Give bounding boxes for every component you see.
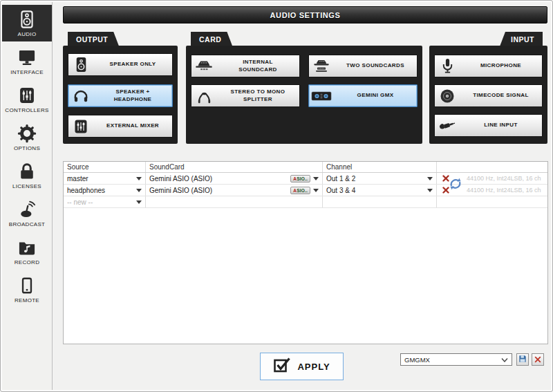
column-header-soundcard: SoundCard: [146, 162, 323, 172]
microphone-icon: [435, 57, 460, 75]
headphones-icon: [68, 88, 93, 104]
preset-combobox[interactable]: GMGMX: [400, 353, 512, 366]
sliders-icon: [68, 118, 93, 135]
input-button-timecode-signal[interactable]: TIMECODE SIGNAL: [434, 84, 543, 107]
sidebar-item-audio[interactable]: AUDIO: [2, 5, 52, 41]
monitor-icon: [17, 47, 37, 68]
soundcard-select[interactable]: Gemini ASIO (ASIO) ASIO..: [146, 173, 322, 184]
dropdown-arrow-icon: [136, 189, 142, 192]
jack-plug-icon: [435, 118, 460, 133]
sliders-icon: [17, 85, 37, 106]
sidebar-item-record[interactable]: RECORD: [2, 233, 52, 270]
sidebar-item-label: OPTIONS: [14, 145, 40, 151]
source-select[interactable]: master: [64, 173, 145, 184]
input-button-line-input[interactable]: LINE INPUT: [434, 114, 543, 137]
remote-device-icon: [17, 275, 37, 296]
table-row-new: -- new --: [64, 196, 547, 208]
sidebar-item-label: INTERFACE: [10, 69, 44, 75]
soundcard-select[interactable]: Gemini ASIO (ASIO) ASIO..: [146, 185, 322, 196]
card-button-two-soundcards[interactable]: TWO SOUNDCARDS: [308, 55, 418, 77]
dropdown-arrow-icon: [427, 177, 433, 180]
broadcast-icon: [17, 199, 37, 220]
two-soundcards-icon: [309, 58, 334, 75]
table-row: master Gemini ASIO (ASIO) ASIO.. Out 1 &…: [64, 173, 547, 185]
speaker-icon: [17, 9, 37, 30]
gemini-controller-icon: [309, 90, 334, 102]
output-button-speaker-only[interactable]: SPEAKER ONLY: [68, 53, 173, 76]
sidebar-item-licenses[interactable]: LICENSES: [2, 157, 52, 194]
column-header-channel: Channel: [323, 162, 437, 172]
output-section: OUTPUT SPEAKER ONLY SPEAK: [63, 32, 178, 144]
input-section-label: INPUT: [500, 32, 543, 46]
routing-table: Source SoundCard Channel master Gemini A…: [63, 161, 548, 344]
dropdown-arrow-icon: [136, 200, 142, 204]
sidebar-item-label: BROADCAST: [9, 221, 46, 227]
output-button-speaker-headphone[interactable]: SPEAKER + HEADPHONE: [68, 84, 173, 107]
new-source-select[interactable]: -- new --: [64, 196, 145, 207]
card-section-label: CARD: [191, 32, 232, 46]
input-section: INPUT MICROPHONE: [429, 32, 547, 144]
close-icon: [534, 353, 541, 366]
speaker-icon: [68, 56, 93, 73]
column-header-status: [437, 162, 547, 172]
sidebar-item-label: REMOTE: [15, 297, 39, 304]
sidebar-item-interface[interactable]: INTERFACE: [2, 43, 52, 80]
save-preset-button[interactable]: [516, 353, 529, 366]
apply-button[interactable]: APPLY: [260, 353, 344, 380]
checkbox-check-icon: [273, 356, 291, 377]
table-row: headphones Gemini ASIO (ASIO) ASIO.. Out…: [64, 185, 547, 196]
page-title: AUDIO SETTINGS: [63, 6, 547, 24]
column-header-source: Source: [64, 162, 146, 172]
sidebar-item-options[interactable]: OPTIONS: [2, 119, 52, 156]
sidebar: AUDIO INTERFACE: [2, 2, 53, 390]
output-button-external-mixer[interactable]: EXTERNAL MIXER: [68, 115, 173, 138]
asio-config-button[interactable]: ASIO..: [290, 175, 310, 183]
output-section-label: OUTPUT: [68, 32, 119, 46]
card-button-gemini-gmx[interactable]: GEMINI GMX: [308, 84, 418, 107]
save-icon: [518, 353, 527, 366]
stream-status: 44100 Hz, Int24LSB, 16 ch: [467, 187, 547, 194]
source-select[interactable]: headphones: [64, 185, 145, 196]
chevron-down-icon: [501, 356, 508, 364]
channel-select[interactable]: Out 3 & 4: [323, 185, 436, 196]
refresh-icon[interactable]: [448, 176, 465, 193]
card-button-stereo-mono-splitter[interactable]: STEREO TO MONO SPLITTER: [191, 84, 300, 107]
channel-select[interactable]: Out 1 & 2: [323, 173, 436, 184]
sidebar-item-label: RECORD: [15, 259, 39, 265]
vinyl-icon: [435, 88, 460, 104]
delete-preset-button[interactable]: [532, 353, 544, 366]
table-header: Source SoundCard Channel: [64, 162, 547, 173]
audio-settings-window: AUDIO INTERFACE: [0, 0, 553, 392]
dropdown-arrow-icon: [427, 189, 433, 192]
sidebar-item-label: LICENSES: [12, 183, 41, 189]
record-folder-icon: [17, 237, 37, 258]
dropdown-arrow-icon: [313, 177, 319, 180]
sidebar-item-label: AUDIO: [18, 31, 37, 37]
card-button-internal-soundcard[interactable]: INTERNAL SOUNDCARD: [191, 55, 300, 77]
stream-status: 44100 Hz, Int24LSB, 16 ch: [467, 175, 547, 182]
splitter-cable-icon: [191, 87, 216, 104]
sidebar-item-broadcast[interactable]: BROADCAST: [2, 195, 52, 232]
lock-icon: [17, 161, 37, 182]
input-button-microphone[interactable]: MICROPHONE: [434, 55, 543, 77]
card-section: CARD INTERNAL SOUNDCARD: [186, 32, 422, 144]
sidebar-item-label: CONTROLLERS: [5, 107, 48, 113]
sidebar-item-remote[interactable]: REMOTE: [2, 271, 52, 308]
soundcard-icon: [191, 59, 216, 74]
gear-icon: [17, 123, 37, 144]
sidebar-item-controllers[interactable]: CONTROLLERS: [2, 81, 52, 118]
dropdown-arrow-icon: [136, 177, 142, 180]
dropdown-arrow-icon: [313, 189, 319, 192]
asio-config-button[interactable]: ASIO..: [290, 187, 310, 194]
